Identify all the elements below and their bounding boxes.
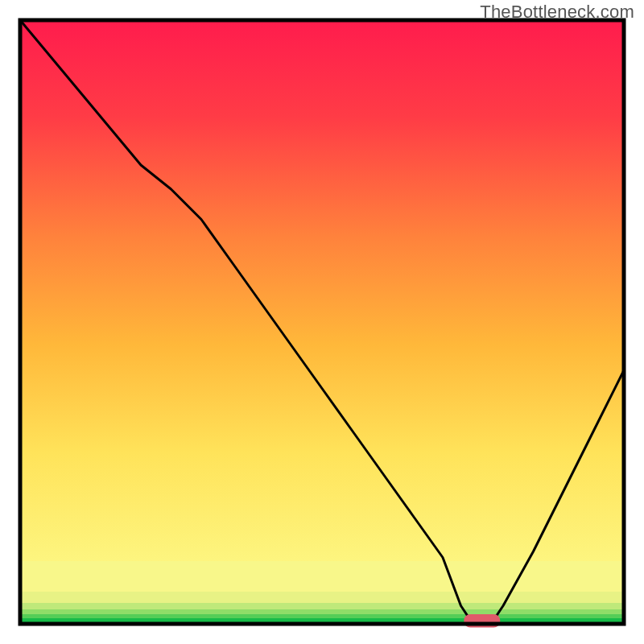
chart-svg <box>0 0 644 644</box>
band-light-green-2 <box>20 609 624 614</box>
watermark-text: TheBottleneck.com <box>480 2 634 23</box>
band-pale-yellow <box>20 561 624 592</box>
band-mid-green <box>20 614 624 618</box>
bottleneck-chart: TheBottleneck.com <box>0 0 644 644</box>
band-yellow-green <box>20 592 624 603</box>
band-light-green-1 <box>20 603 624 609</box>
gradient-background <box>20 20 624 561</box>
